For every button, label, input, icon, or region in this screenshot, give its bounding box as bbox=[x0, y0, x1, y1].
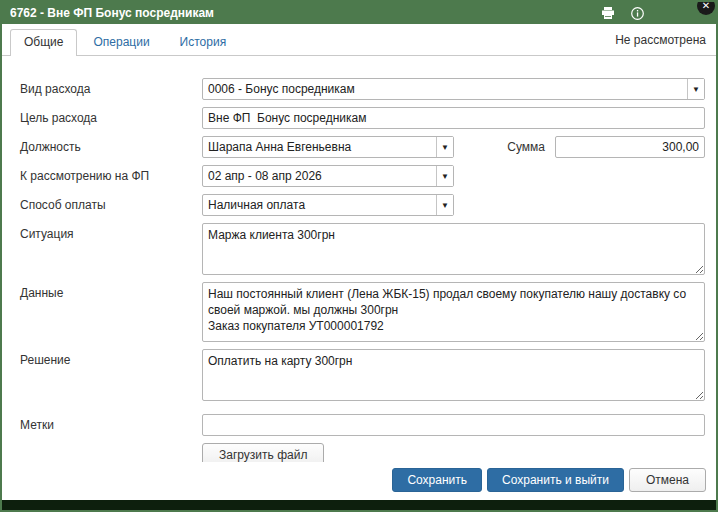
footer-actions: Сохранить Сохранить и выйти Отмена bbox=[2, 462, 716, 500]
status-badge: Не рассмотрена bbox=[615, 33, 706, 55]
window-title: 6762 - Вне ФП Бонус посредникам bbox=[10, 6, 601, 20]
k-rassmotreniyu-label: К рассмотрению на ФП bbox=[20, 165, 202, 183]
vid-rashoda-select[interactable]: 0006 - Бонус посредникам ▼ bbox=[202, 78, 705, 100]
k-rassmotreniyu-value: 02 апр - 08 апр 2026 bbox=[203, 166, 436, 186]
save-button[interactable]: Сохранить bbox=[392, 468, 482, 492]
row-upload: Загрузить файл bbox=[20, 443, 705, 462]
metki-label: Метки bbox=[20, 414, 202, 432]
chevron-down-icon[interactable]: ▼ bbox=[436, 137, 453, 157]
row-sposob-oplaty: Способ оплаты Наличная оплата ▼ bbox=[20, 194, 705, 216]
row-situatsiya: Ситуация Маржа клиента 300грн bbox=[20, 223, 705, 275]
reshenie-label: Решение bbox=[20, 349, 202, 367]
row-k-rassmotreniyu: К рассмотрению на ФП 02 апр - 08 апр 202… bbox=[20, 165, 705, 187]
chevron-down-icon[interactable]: ▼ bbox=[436, 195, 453, 215]
sposob-oplaty-select[interactable]: Наличная оплата ▼ bbox=[202, 194, 454, 216]
row-tsel-rashoda: Цель расхода bbox=[20, 107, 705, 129]
row-dannye: Данные Наш постоянный клиент (Лена ЖБК-1… bbox=[20, 282, 705, 342]
print-icon[interactable] bbox=[601, 7, 615, 19]
row-reshenie: Решение Оплатить на карту 300грн bbox=[20, 349, 705, 401]
tsel-rashoda-input[interactable] bbox=[202, 107, 705, 129]
vid-rashoda-value: 0006 - Бонус посредникам bbox=[203, 79, 687, 99]
k-rassmotreniyu-select[interactable]: 02 апр - 08 апр 2026 ▼ bbox=[202, 165, 454, 187]
dolzhnost-select[interactable]: Шарапа Анна Евгеньевна ▼ bbox=[202, 136, 454, 158]
dolzhnost-value: Шарапа Анна Евгеньевна bbox=[203, 137, 436, 157]
upload-file-button[interactable]: Загрузить файл bbox=[202, 443, 324, 462]
summa-label: Сумма bbox=[507, 136, 545, 158]
dannye-textarea[interactable]: Наш постоянный клиент (Лена ЖБК-15) прод… bbox=[202, 282, 705, 342]
dannye-label: Данные bbox=[20, 282, 202, 300]
situatsiya-textarea[interactable]: Маржа клиента 300грн bbox=[202, 223, 705, 275]
title-bar: 6762 - Вне ФП Бонус посредникам bbox=[2, 2, 716, 24]
row-dolzhnost-summa: Должность Шарапа Анна Евгеньевна ▼ Сумма bbox=[20, 136, 705, 158]
chevron-down-icon[interactable]: ▼ bbox=[436, 166, 453, 186]
reshenie-textarea[interactable]: Оплатить на карту 300грн bbox=[202, 349, 705, 401]
document-window: 6762 - Вне ФП Бонус посредникам ✕ bbox=[0, 0, 718, 512]
tsel-rashoda-label: Цель расхода bbox=[20, 107, 202, 125]
tab-bar: Общие Операции История Не рассмотрена bbox=[2, 24, 716, 56]
dolzhnost-label: Должность bbox=[20, 136, 202, 154]
tab-istoriya[interactable]: История bbox=[166, 29, 241, 55]
row-vid-rashoda: Вид расхода 0006 - Бонус посредникам ▼ bbox=[20, 78, 705, 100]
save-and-exit-button[interactable]: Сохранить и выйти bbox=[487, 468, 624, 492]
row-metki: Метки bbox=[20, 414, 705, 436]
metki-input[interactable] bbox=[202, 414, 705, 436]
cancel-button[interactable]: Отмена bbox=[629, 468, 706, 492]
situatsiya-label: Ситуация bbox=[20, 223, 202, 241]
summa-input[interactable] bbox=[555, 136, 705, 158]
sposob-oplaty-value: Наличная оплата bbox=[203, 195, 436, 215]
window-bottom-edge bbox=[2, 500, 716, 510]
vid-rashoda-label: Вид расхода bbox=[20, 78, 202, 96]
info-icon[interactable] bbox=[631, 7, 644, 20]
form-area: Вид расхода 0006 - Бонус посредникам ▼ Ц… bbox=[2, 56, 716, 462]
tab-operatsii[interactable]: Операции bbox=[79, 29, 163, 55]
chevron-down-icon[interactable]: ▼ bbox=[687, 79, 704, 99]
tab-obshchie[interactable]: Общие bbox=[10, 29, 77, 56]
sposob-oplaty-label: Способ оплаты bbox=[20, 194, 202, 212]
titlebar-icons bbox=[601, 7, 644, 20]
